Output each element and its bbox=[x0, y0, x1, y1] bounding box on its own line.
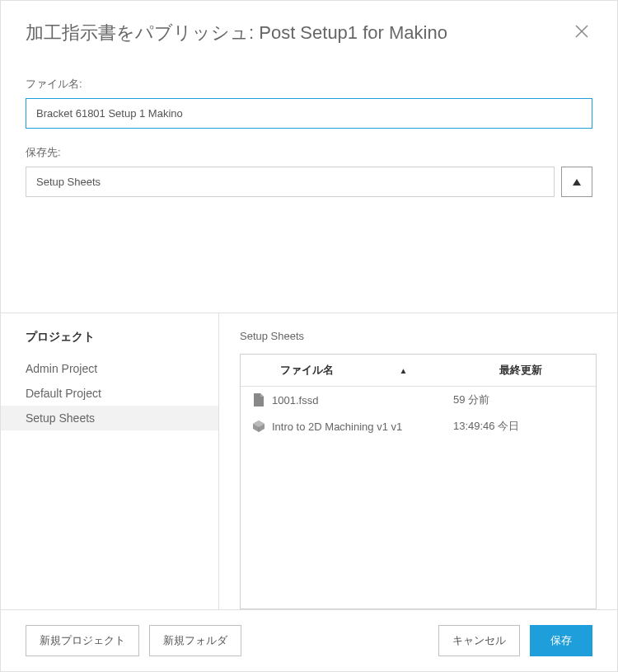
file-date: 13:49:46 今日 bbox=[447, 413, 596, 439]
sidebar-title: プロジェクト bbox=[26, 330, 218, 345]
project-item-admin[interactable]: Admin Project bbox=[1, 356, 218, 381]
save-location-label: 保存先: bbox=[26, 145, 592, 160]
table-row[interactable]: 1001.fssd 59 分前 bbox=[241, 387, 596, 414]
breadcrumb: Setup Sheets bbox=[240, 330, 597, 342]
dialog-footer: 新規プロジェクト 新規フォルダ キャンセル 保存 bbox=[1, 609, 617, 671]
project-list: Admin Project Default Project Setup Shee… bbox=[1, 356, 218, 430]
project-item-setup-sheets[interactable]: Setup Sheets bbox=[1, 406, 218, 430]
collapse-button[interactable] bbox=[561, 167, 592, 197]
file-icon bbox=[252, 393, 265, 406]
cancel-button[interactable]: キャンセル bbox=[438, 625, 520, 656]
new-folder-button[interactable]: 新規フォルダ bbox=[149, 625, 241, 656]
close-button[interactable] bbox=[571, 19, 592, 47]
triangle-up-icon bbox=[572, 178, 582, 186]
column-header-date[interactable]: 最終更新 bbox=[447, 355, 596, 387]
file-date: 59 分前 bbox=[447, 387, 596, 414]
file-area: Setup Sheets ファイル名 ▲ 最終更新 bbox=[219, 313, 617, 609]
table-row[interactable]: Intro to 2D Machining v1 v1 13:49:46 今日 bbox=[241, 413, 596, 439]
project-sidebar: プロジェクト Admin Project Default Project Set… bbox=[1, 313, 219, 609]
file-table-wrap: ファイル名 ▲ 最終更新 bbox=[240, 354, 597, 609]
cube-icon bbox=[252, 420, 265, 433]
save-button[interactable]: 保存 bbox=[530, 625, 592, 656]
save-location-group: 保存先: Setup Sheets bbox=[26, 145, 592, 197]
footer-left: 新規プロジェクト 新規フォルダ bbox=[26, 625, 241, 656]
file-browser: プロジェクト Admin Project Default Project Set… bbox=[1, 313, 617, 609]
dialog-header: 加工指示書をパブリッシュ: Post Setup1 for Makino bbox=[1, 1, 617, 63]
filename-group: ファイル名: bbox=[26, 77, 592, 129]
file-name: Intro to 2D Machining v1 v1 bbox=[272, 421, 402, 433]
new-project-button[interactable]: 新規プロジェクト bbox=[26, 625, 139, 656]
footer-right: キャンセル 保存 bbox=[438, 625, 592, 656]
sort-up-icon: ▲ bbox=[400, 366, 408, 375]
dialog-title: 加工指示書をパブリッシュ: Post Setup1 for Makino bbox=[26, 21, 447, 45]
save-location-row: Setup Sheets bbox=[26, 167, 592, 197]
save-location-display[interactable]: Setup Sheets bbox=[26, 167, 555, 197]
form-section: ファイル名: 保存先: Setup Sheets bbox=[1, 63, 617, 222]
column-name-label: ファイル名 bbox=[280, 363, 334, 378]
filename-input[interactable] bbox=[26, 98, 592, 129]
column-header-name[interactable]: ファイル名 ▲ bbox=[241, 355, 447, 387]
publish-dialog: 加工指示書をパブリッシュ: Post Setup1 for Makino ファイ… bbox=[0, 0, 618, 672]
filename-label: ファイル名: bbox=[26, 77, 592, 92]
close-icon bbox=[574, 24, 589, 39]
file-name: 1001.fssd bbox=[272, 394, 318, 406]
file-table: ファイル名 ▲ 最終更新 bbox=[241, 355, 596, 439]
project-item-default[interactable]: Default Project bbox=[1, 381, 218, 406]
